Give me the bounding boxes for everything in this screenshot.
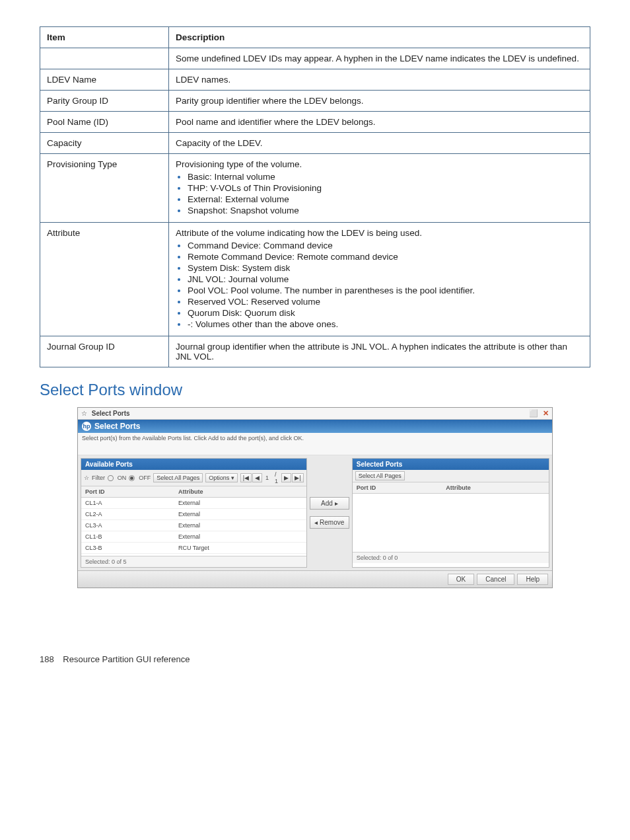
page-prev-button[interactable]: ◀ [252,473,262,482]
item-cell: Attribute [40,223,169,336]
list-item: Remote Command Device: Remote command de… [188,252,583,262]
section-heading: Select Ports window [40,381,590,399]
maximize-icon[interactable]: ⬜ [529,409,538,417]
list-item: Snapshot: Snapshot volume [188,206,583,215]
desc-cell: Pool name and identifier where the LDEV … [169,112,590,133]
cancel-button[interactable]: Cancel [477,574,514,585]
page-footer-text: Resource Partition GUI reference [63,654,190,664]
page-first-button[interactable]: |◀ [240,473,252,482]
available-ports-heading: Available Ports [81,459,306,470]
list-item: Reserved VOL: Reserved volume [188,297,583,307]
desc-cell: Parity group identifier where the LDEV b… [169,91,590,112]
selected-ports-grid[interactable]: Port ID Attribute [353,482,549,494]
dialog-header: hp Select Ports [78,420,552,433]
list-item: -: Volumes other than the above ones. [188,319,583,329]
table-row: Pool Name (ID)Pool name and identifier w… [40,112,590,133]
page-footer: 188 Resource Partition GUI reference [40,615,590,664]
item-cell: Pool Name (ID) [40,112,169,133]
th-desc: Description [169,27,590,48]
add-button[interactable]: Add ▸ [310,497,349,510]
page-next-button[interactable]: ▶ [281,473,291,482]
item-cell [40,48,169,69]
list-item: Command Device: Command device [188,241,583,250]
remove-button[interactable]: ◂ Remove [310,516,349,529]
close-icon[interactable]: ✕ [543,409,549,417]
select-all-pages-button[interactable]: Select All Pages [153,473,203,482]
dialog-footer: OK Cancel Help [78,570,552,588]
item-cell: Journal Group ID [40,336,169,367]
collapse-icon[interactable]: ☆ [81,410,87,417]
options-button[interactable]: Options ▾ [205,473,238,482]
table-row: LDEV NameLDEV names. [40,69,590,91]
desc-cell: Capacity of the LDEV. [169,133,590,154]
desc-cell: Some undefined LDEV IDs may appear. A hy… [169,48,590,69]
table-row[interactable]: CL1-AExternal [81,498,306,509]
item-cell: Capacity [40,133,169,154]
item-cell: LDEV Name [40,69,169,91]
list-item: Pool VOL: Pool volume. The number in par… [188,286,583,295]
selected-select-all-button[interactable]: Select All Pages [355,471,405,480]
ok-button[interactable]: OK [448,574,474,585]
page-number: 188 [40,654,54,664]
list-item: THP: V-VOLs of Thin Provisioning [188,183,583,193]
table-row[interactable]: CL2-AExternal [81,509,306,520]
sel-col-port-id[interactable]: Port ID [353,482,442,494]
table-row: AttributeAttribute of the volume indicat… [40,223,590,336]
available-footer: Selected: 0 of 5 [81,556,306,567]
window-title-text: Select Ports [92,410,130,417]
table-row: Journal Group IDJournal group identifier… [40,336,590,367]
desc-cell: Journal group identifier when the attrib… [169,336,590,367]
available-ports-panel: Available Ports ☆ Filter ON OFF Select A… [81,458,307,568]
item-cell: Parity Group ID [40,91,169,112]
list-item: Basic: Internal volume [188,172,583,182]
pager: |◀ ◀ 1 / 1 ▶ ▶| [240,471,304,484]
dialog-header-title: Select Ports [94,422,140,431]
transfer-buttons: Add ▸ ◂ Remove [310,458,349,568]
table-row: Parity Group IDParity group identifier w… [40,91,590,112]
items-description-table: Item Description Some undefined LDEV IDs… [40,26,590,367]
window-titlebar: ☆ Select Ports ⬜ ✕ [78,408,552,420]
page-last-button[interactable]: ▶| [292,473,303,482]
desc-cell: LDEV names. [169,69,590,91]
selected-toolbar: Select All Pages [353,470,549,482]
desc-cell: Attribute of the volume indicating how t… [169,223,590,336]
th-item: Item [40,27,169,48]
col-attribute[interactable]: Attribute [174,486,306,498]
filter-toggle-icon[interactable]: ☆ [84,475,89,481]
hp-logo-icon: hp [82,422,91,431]
selected-ports-heading: Selected Ports [353,459,549,470]
sel-col-attribute[interactable]: Attribute [442,482,549,494]
list-item: Quorum Disk: Quorum disk [188,308,583,318]
filter-label: Filter [92,475,105,481]
table-row: Some undefined LDEV IDs may appear. A hy… [40,48,590,69]
filter-off-radio[interactable] [129,475,135,481]
list-item: JNL VOL: Journal volume [188,274,583,284]
table-row: Provisioning TypeProvisioning type of th… [40,154,590,223]
available-ports-grid[interactable]: Port ID Attribute CL1-AExternalCL2-AExte… [81,486,306,554]
dialog-instruction: Select port(s) from the Available Ports … [78,433,552,455]
select-ports-screenshot: ☆ Select Ports ⬜ ✕ hp Select Ports Selec… [77,407,553,588]
item-cell: Provisioning Type [40,154,169,223]
help-button[interactable]: Help [517,574,548,585]
selected-footer: Selected: 0 of 0 [353,552,549,563]
list-item: External: External volume [188,194,583,204]
table-row[interactable]: CL3-AExternal [81,520,306,531]
list-item: System Disk: System disk [188,263,583,273]
filter-on-radio[interactable] [108,475,114,481]
table-row: CapacityCapacity of the LDEV. [40,133,590,154]
table-row[interactable]: CL3-BRCU Target [81,543,306,554]
page-current: 1 [263,475,271,481]
col-port-id[interactable]: Port ID [81,486,174,498]
table-row[interactable]: CL1-BExternal [81,531,306,543]
page-total: / 1 [272,471,281,484]
desc-cell: Provisioning type of the volume.Basic: I… [169,154,590,223]
selected-ports-panel: Selected Ports Select All Pages Port ID … [352,458,549,568]
available-toolbar: ☆ Filter ON OFF Select All Pages Options… [81,470,306,486]
